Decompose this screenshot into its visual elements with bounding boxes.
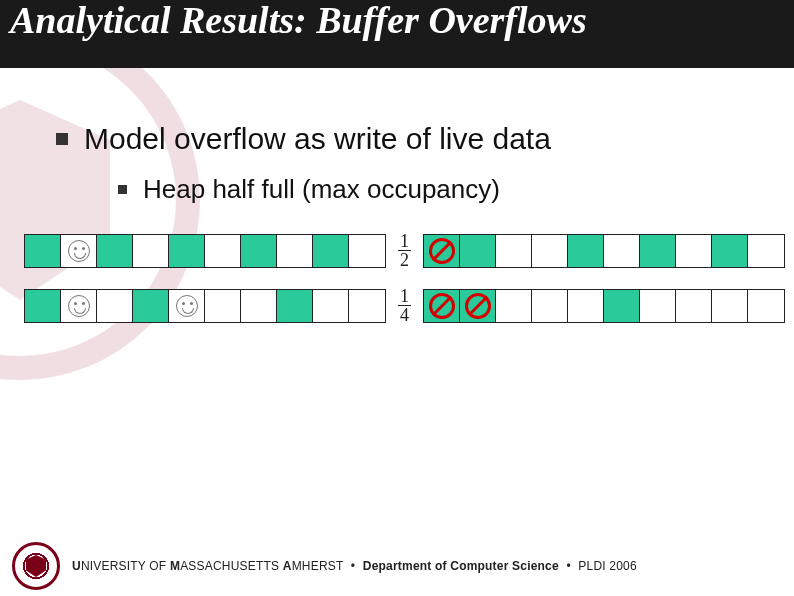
- title-bar: Analytical Results: Buffer Overflows: [0, 0, 794, 68]
- heap-strip: [24, 234, 386, 268]
- umass-seal-icon: [12, 542, 60, 590]
- footer-city: MHERST: [292, 559, 344, 573]
- heap-cell: [241, 290, 277, 322]
- heap-cell: [640, 290, 676, 322]
- footer-separator: •: [566, 559, 570, 573]
- footer-dept: Department of Computer Science: [363, 559, 559, 573]
- bullet-level-2: Heap half full (max occupancy): [118, 174, 500, 205]
- heap-cell: [169, 235, 205, 267]
- heap-cell: [169, 290, 205, 322]
- footer: UNIVERSITY OF MASSACHUSETTS AMHERST • De…: [0, 536, 794, 596]
- footer-city-pre: A: [283, 559, 292, 573]
- heap-cell: [712, 290, 748, 322]
- fraction-numerator: 1: [398, 232, 411, 251]
- slide-title: Analytical Results: Buffer Overflows: [10, 0, 784, 40]
- heap-cell: [604, 290, 640, 322]
- fraction-label-half: 1 2: [398, 232, 411, 269]
- smiley-icon: [176, 295, 198, 317]
- fraction-denominator: 4: [398, 306, 411, 324]
- heap-cell: [349, 235, 385, 267]
- fraction-label-quarter: 1 4: [398, 287, 411, 324]
- footer-state-pre: M: [170, 559, 180, 573]
- heap-cell: [61, 290, 97, 322]
- heap-cell: [313, 235, 349, 267]
- heap-cell: [748, 235, 784, 267]
- heap-row-half: 1 2: [24, 232, 776, 269]
- footer-venue: PLDI 2006: [578, 559, 637, 573]
- smiley-icon: [68, 240, 90, 262]
- heap-cell: [496, 290, 532, 322]
- heap-diagram-rows: 1 2: [24, 232, 776, 342]
- heap-cell: [532, 235, 568, 267]
- forbid-icon: [465, 293, 491, 319]
- heap-cell: [712, 235, 748, 267]
- heap-cell: [424, 290, 460, 322]
- heap-cell: [424, 235, 460, 267]
- bullet-level-1: Model overflow as write of live data: [56, 122, 551, 156]
- footer-uni-pre: U: [72, 559, 81, 573]
- heap-cell: [205, 235, 241, 267]
- heap-cell: [532, 290, 568, 322]
- heap-cell: [277, 290, 313, 322]
- heap-cell: [61, 235, 97, 267]
- heap-cell: [496, 235, 532, 267]
- heap-cell: [568, 290, 604, 322]
- heap-cell: [97, 290, 133, 322]
- heap-strip: [423, 289, 785, 323]
- heap-cell: [349, 290, 385, 322]
- heap-cell: [676, 235, 712, 267]
- footer-separator: •: [351, 559, 355, 573]
- bullet-marker-icon: [118, 185, 127, 194]
- heap-row-quarter: 1 4: [24, 287, 776, 324]
- heap-cell: [460, 235, 496, 267]
- forbid-icon: [429, 238, 455, 264]
- heap-strip: [24, 289, 386, 323]
- slide: Analytical Results: Buffer Overflows Mod…: [0, 0, 794, 596]
- fraction-denominator: 2: [398, 251, 411, 269]
- heap-cell: [640, 235, 676, 267]
- bullet-marker-icon: [56, 133, 68, 145]
- heap-cell: [568, 235, 604, 267]
- heap-cell: [25, 235, 61, 267]
- bullet-1-text: Model overflow as write of live data: [84, 122, 551, 156]
- footer-state: ASSACHUSETTS: [180, 559, 283, 573]
- smiley-icon: [68, 295, 90, 317]
- heap-cell: [241, 235, 277, 267]
- heap-cell: [133, 235, 169, 267]
- heap-cell: [205, 290, 241, 322]
- heap-cell: [748, 290, 784, 322]
- bullet-2-text: Heap half full (max occupancy): [143, 174, 500, 205]
- heap-cell: [676, 290, 712, 322]
- heap-cell: [604, 235, 640, 267]
- footer-text: UNIVERSITY OF MASSACHUSETTS AMHERST • De…: [72, 559, 637, 573]
- heap-strip: [423, 234, 785, 268]
- footer-uni: NIVERSITY OF: [81, 559, 170, 573]
- heap-cell: [313, 290, 349, 322]
- heap-cell: [133, 290, 169, 322]
- forbid-icon: [429, 293, 455, 319]
- heap-cell: [97, 235, 133, 267]
- heap-cell: [460, 290, 496, 322]
- heap-cell: [277, 235, 313, 267]
- fraction-numerator: 1: [398, 287, 411, 306]
- heap-cell: [25, 290, 61, 322]
